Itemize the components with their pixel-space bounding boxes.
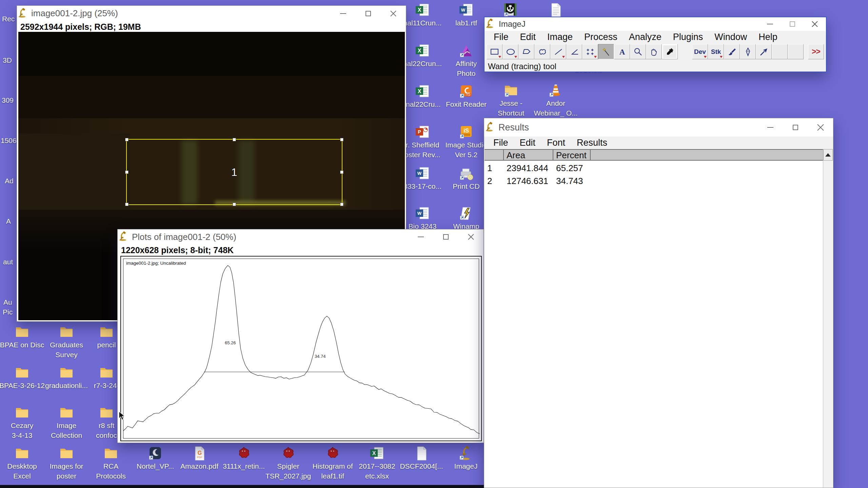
more-tools-button[interactable]: >> bbox=[808, 44, 824, 59]
desktop-icon-rca-protocols[interactable]: RCAProtocols bbox=[88, 446, 134, 481]
rectangle-tool[interactable] bbox=[487, 44, 502, 59]
multipoint-tool[interactable] bbox=[582, 44, 598, 59]
imagej-menu-help[interactable]: Help bbox=[753, 32, 783, 42]
desktop-icon-final22cru-2[interactable]: Xinal22Cru... bbox=[399, 84, 446, 109]
scroll-up-button[interactable] bbox=[823, 149, 833, 161]
plot-window-titlebar[interactable]: Plots of image001-2 (50%) bbox=[118, 229, 484, 244]
roi-handle[interactable] bbox=[233, 138, 236, 141]
roi-handle[interactable] bbox=[340, 138, 343, 141]
desktop-icon-bio-3243[interactable]: WBio 3243 bbox=[399, 206, 446, 231]
imagej-menu-plugins[interactable]: Plugins bbox=[667, 32, 709, 42]
hand-tool[interactable] bbox=[646, 44, 662, 59]
pencil-tool[interactable] bbox=[740, 44, 756, 59]
desktop-icon-final22crunch[interactable]: Xnal22Crun... bbox=[399, 43, 446, 68]
desktop-icon-histogram-of-leaf1[interactable]: Histogram ofleaf1.tif bbox=[310, 446, 356, 481]
maximize-button[interactable] bbox=[781, 17, 804, 31]
maximize-button[interactable] bbox=[783, 118, 808, 137]
results-menu-font[interactable]: Font bbox=[541, 138, 571, 148]
desktop-icon-deskktop-excel[interactable]: DeskktopExcel bbox=[0, 446, 45, 481]
imagej-menu-image[interactable]: Image bbox=[541, 32, 578, 42]
taskbar-edge[interactable] bbox=[0, 485, 484, 488]
results-menu-results[interactable]: Results bbox=[571, 138, 613, 148]
desktop-icon-winamp[interactable]: Winamp bbox=[443, 206, 489, 231]
desktop-icon-image-studio[interactable]: iSImage StudioVer 5.2 bbox=[443, 125, 489, 159]
desktop-icon-graduates-survey[interactable]: GraduatesSurvey bbox=[43, 325, 90, 359]
minimize-button[interactable] bbox=[758, 118, 783, 137]
text-tool[interactable]: A bbox=[614, 44, 630, 59]
roi-handle[interactable] bbox=[340, 203, 343, 206]
desktop-icon-amazon-pdf[interactable]: GPDFAmazon.pdf bbox=[176, 446, 222, 471]
desktop-icon-3111x-retina[interactable]: 3111x_retin... bbox=[221, 446, 267, 471]
desktop-icon-cezary-3-4-13[interactable]: Cezary3-4-13 bbox=[0, 405, 45, 440]
desktop-icon-dscf2004[interactable]: DSCF2004[... bbox=[398, 446, 445, 471]
imagej-menu-window[interactable]: Window bbox=[709, 32, 753, 42]
edge-icon-label[interactable]: aut bbox=[3, 258, 13, 266]
edge-icon-label[interactable]: Rec bbox=[2, 15, 15, 23]
desktop-icon-bpae-3-26-12[interactable]: BPAE-3-26-12 bbox=[0, 365, 45, 390]
minimize-button[interactable] bbox=[331, 6, 356, 21]
desktop-icon-imagej-shortcut[interactable]: ImageJ bbox=[443, 446, 489, 471]
imagej-menu-file[interactable]: File bbox=[488, 32, 514, 42]
desktop-icon-bpae-on-disc[interactable]: BPAE on Disc bbox=[0, 325, 45, 349]
results-row[interactable]: 212746.63134.743 bbox=[485, 175, 823, 187]
angle-tool[interactable] bbox=[566, 44, 582, 59]
arrow-tool[interactable] bbox=[756, 44, 772, 59]
desktop-icon-affinity-photo[interactable]: AffinityPhoto bbox=[443, 43, 489, 78]
desktop-icon-2017-3082-xlsx[interactable]: X2017--3082etc.xlsx bbox=[354, 446, 400, 481]
oval-tool[interactable] bbox=[502, 44, 518, 59]
desktop-icon-graduationlist[interactable]: graduationli... bbox=[43, 365, 90, 390]
roi-handle[interactable] bbox=[125, 203, 129, 206]
maximize-button[interactable] bbox=[356, 6, 381, 21]
desktop-icon-andor-webinar[interactable]: AndorWebinar_ O... bbox=[533, 83, 579, 118]
roi-handle[interactable] bbox=[233, 203, 236, 206]
empty-slot-1[interactable] bbox=[772, 44, 788, 59]
results-menu-file[interactable]: File bbox=[488, 138, 514, 148]
results-menu-edit[interactable]: Edit bbox=[514, 138, 541, 148]
edge-icon-label[interactable]: Pic bbox=[3, 308, 13, 316]
desktop-icon-doc-333-17[interactable]: W333-17-co... bbox=[399, 166, 446, 191]
magnifier-tool[interactable] bbox=[630, 44, 646, 59]
desktop-icon-image-collection[interactable]: ImageCollection bbox=[43, 405, 90, 440]
desktop-icon-sheffield-poster[interactable]: Pr. Sheffieldoster Rev... bbox=[399, 125, 446, 159]
desktop-icon-nortel-vpn[interactable]: Nortel_VP... bbox=[132, 446, 178, 471]
imagej-titlebar[interactable]: ImageJ bbox=[485, 17, 826, 31]
paintbrush-tool[interactable] bbox=[724, 44, 740, 59]
imagej-menu-analyze[interactable]: Analyze bbox=[623, 32, 667, 42]
edge-icon-label[interactable]: Ad bbox=[5, 177, 14, 185]
edge-icon-label[interactable]: 309 bbox=[2, 96, 14, 104]
desktop-icon-panda-shortcut[interactable] bbox=[487, 3, 533, 18]
edge-icon-label[interactable]: 1506 bbox=[1, 137, 17, 145]
desktop-icon-jesse-shortcut[interactable]: Jesse -Shortcut bbox=[488, 83, 534, 118]
roi-handle[interactable] bbox=[125, 170, 129, 174]
profile-plot-canvas[interactable]: image001-2.jpg; Uncalibrated 65.2634.74 bbox=[120, 256, 482, 441]
desktop-icon-foxit-reader[interactable]: PDFFoxit Reader bbox=[443, 84, 489, 109]
edge-icon-label[interactable]: Au bbox=[3, 298, 12, 306]
close-button[interactable] bbox=[808, 118, 833, 137]
edge-icon-label[interactable]: 3D bbox=[3, 56, 12, 64]
roi-handle[interactable] bbox=[125, 138, 129, 141]
results-titlebar[interactable]: Results bbox=[484, 118, 833, 137]
maximize-button[interactable] bbox=[433, 229, 458, 244]
imagej-menu-process[interactable]: Process bbox=[578, 32, 623, 42]
wand-tool[interactable] bbox=[598, 44, 614, 59]
results-scrollbar[interactable] bbox=[823, 149, 833, 488]
dev-menu-tool[interactable]: Dev bbox=[692, 44, 708, 59]
close-button[interactable] bbox=[458, 229, 484, 244]
desktop-icon-print-cd[interactable]: Print CD bbox=[443, 166, 489, 191]
desktop-icon-images-for-poster[interactable]: Images forposter bbox=[43, 446, 90, 481]
line-tool[interactable] bbox=[550, 44, 566, 59]
edge-icon-label[interactable]: A bbox=[6, 217, 11, 225]
desktop-icon-final11crunch[interactable]: Xnal11Crun... bbox=[399, 3, 446, 27]
results-row[interactable]: 123941.84465.257 bbox=[485, 162, 823, 175]
image-window-titlebar[interactable]: image001-2.jpg (25%) bbox=[17, 6, 406, 21]
stk-menu-tool[interactable]: Stk bbox=[708, 44, 724, 59]
close-button[interactable] bbox=[804, 17, 826, 31]
roi-handle[interactable] bbox=[340, 170, 343, 174]
minimize-button[interactable] bbox=[408, 229, 433, 244]
color-picker-tool[interactable] bbox=[662, 44, 678, 59]
roi-selection[interactable]: 1 bbox=[126, 139, 342, 205]
minimize-button[interactable] bbox=[759, 17, 781, 31]
close-button[interactable] bbox=[381, 6, 406, 21]
desktop-icon-lab1-rtf[interactable]: Wlab1.rtf bbox=[443, 3, 489, 27]
empty-slot-2[interactable] bbox=[788, 44, 804, 59]
